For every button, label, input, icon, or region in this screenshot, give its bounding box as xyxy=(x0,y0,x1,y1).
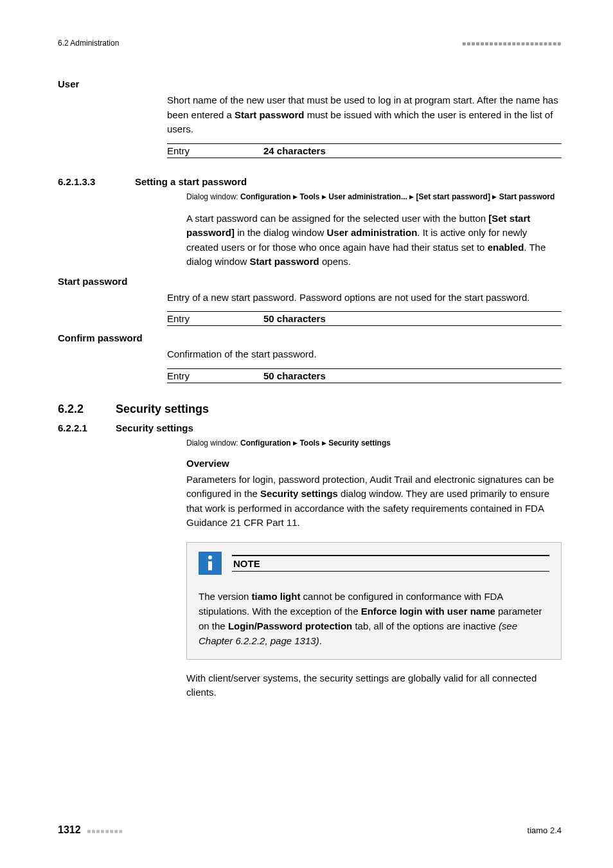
breadcrumb-item: Start password xyxy=(499,192,555,201)
text-bold: Enforce login with user name xyxy=(361,606,495,617)
text-bold: User administration xyxy=(326,227,417,238)
user-label: User xyxy=(58,78,562,89)
section-title: Setting a start password xyxy=(135,176,247,187)
confirm-password-label: Confirm password xyxy=(58,332,562,343)
section-body: A start password can be assigned for the… xyxy=(186,212,562,269)
entry-label: Entry xyxy=(167,313,263,324)
entry-row: Entry 50 characters xyxy=(167,311,562,326)
chevron-right-icon: ▶ xyxy=(322,194,326,200)
chevron-right-icon: ▶ xyxy=(322,440,326,446)
section-number: 6.2.2.1 xyxy=(58,422,116,433)
dialog-path: Dialog window: Configuration ▶ Tools ▶ U… xyxy=(186,191,562,203)
breadcrumb-item: User administration... xyxy=(328,192,407,201)
text: The version xyxy=(199,591,252,602)
overview-heading: Overview xyxy=(186,458,562,469)
footer-marks: ■■■■■■■■ xyxy=(87,827,123,835)
entry-value: 50 characters xyxy=(263,313,326,324)
entry-label: Entry xyxy=(167,370,263,381)
user-description: Short name of the new user that must be … xyxy=(167,93,562,137)
page-number-wrap: 1312 ■■■■■■■■ xyxy=(58,824,123,836)
product-name: tiamo 2.4 xyxy=(528,826,562,835)
breadcrumb-item: Configuration xyxy=(240,439,291,448)
text-bold: Start password xyxy=(235,109,304,120)
text-bold: Login/Password protection xyxy=(228,620,352,631)
text: . xyxy=(319,635,322,646)
section-title: Security settings xyxy=(116,402,209,416)
breadcrumb-item: Security settings xyxy=(328,439,391,448)
entry-value: 24 characters xyxy=(263,145,326,156)
breadcrumb-item: [Set start password] xyxy=(416,192,490,201)
entry-value: 50 characters xyxy=(263,370,326,381)
text: in the dialog window xyxy=(235,227,326,238)
start-password-description: Entry of a new start password. Password … xyxy=(167,291,562,305)
note-body: The version tiamo light cannot be config… xyxy=(199,589,549,649)
chevron-right-icon: ▶ xyxy=(492,194,497,200)
text: tab, all of the options are inactive xyxy=(352,620,499,631)
header-marks: ■■■■■■■■■■■■■■■■■■■■■■ xyxy=(462,40,562,47)
info-icon xyxy=(199,552,222,575)
text: Dialog window: xyxy=(186,439,240,448)
chevron-right-icon: ▶ xyxy=(293,440,298,446)
entry-label: Entry xyxy=(167,145,263,156)
overview-body: Parameters for login, password protectio… xyxy=(186,473,562,530)
note-box: NOTE The version tiamo light cannot be c… xyxy=(186,542,562,660)
text-bold: Security settings xyxy=(260,488,338,499)
text-bold: enabled xyxy=(488,242,524,253)
dialog-path: Dialog window: Configuration ▶ Tools ▶ S… xyxy=(186,437,562,449)
section-path: 6.2 Administration xyxy=(58,39,119,48)
entry-row: Entry 24 characters xyxy=(167,143,562,158)
breadcrumb-item: Tools xyxy=(299,192,319,201)
text: Dialog window: xyxy=(186,192,240,201)
breadcrumb-item: Tools xyxy=(299,439,319,448)
closing-paragraph: With client/server systems, the security… xyxy=(186,671,562,700)
text-bold: tiamo light xyxy=(252,591,301,602)
chevron-right-icon: ▶ xyxy=(293,194,298,200)
section-title: Security settings xyxy=(116,422,193,433)
section-number: 6.2.1.3.3 xyxy=(58,176,135,187)
text: opens. xyxy=(319,256,351,267)
section-number: 6.2.2 xyxy=(58,402,116,416)
entry-row: Entry 50 characters xyxy=(167,368,562,383)
confirm-password-description: Confirmation of the start password. xyxy=(167,347,562,362)
breadcrumb-item: Configuration xyxy=(240,192,291,201)
text: A start password can be assigned for the… xyxy=(186,213,488,224)
chevron-right-icon: ▶ xyxy=(409,194,414,200)
note-title: NOTE xyxy=(232,558,549,569)
page-number: 1312 xyxy=(58,824,81,835)
start-password-label: Start password xyxy=(58,276,562,287)
text-bold: Start password xyxy=(249,256,319,267)
